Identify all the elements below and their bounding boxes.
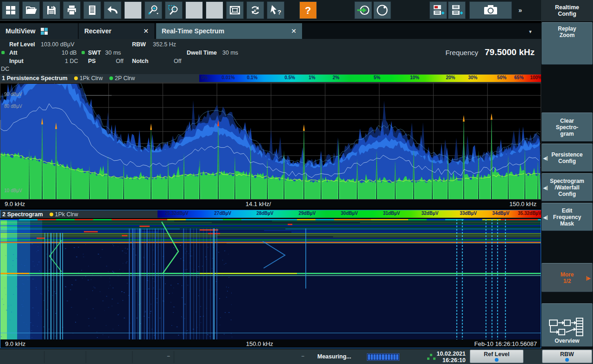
tab-multiview[interactable]: MultiView xyxy=(0,23,78,39)
color-scale-label: 28dBµV xyxy=(256,211,273,216)
svg-text:s: s xyxy=(254,8,256,13)
frequency-value: 79.5000 kHz xyxy=(485,47,535,57)
ps-value[interactable]: Off xyxy=(116,58,123,64)
add-display-2-icon xyxy=(450,4,463,17)
zoom-select-button[interactable] xyxy=(145,1,162,19)
softkey-clear[interactable]: Clear Spectro- gram xyxy=(542,113,593,142)
frame-icon xyxy=(229,5,241,16)
submenu-left-arrow-icon: ◀| xyxy=(543,214,548,220)
report-button[interactable] xyxy=(83,1,101,19)
color-scale-label: 65% xyxy=(514,75,524,80)
add-display-button-1[interactable] xyxy=(429,1,447,19)
rbw-key[interactable]: RBW xyxy=(542,350,592,363)
datetime-readout: 10.02.2021 16:26:10 xyxy=(431,351,466,364)
persistence-color-scale: 0%0.01%0.1%0.5%1%2%5%10%20%30%50%65%100% xyxy=(199,75,541,82)
context-help-button[interactable]: ? xyxy=(267,1,284,19)
multiview-grid-icon xyxy=(41,28,48,35)
status-date: 10.02.2021 xyxy=(436,351,466,357)
open-file-button[interactable] xyxy=(22,1,40,19)
ref-level-key[interactable]: Ref Level xyxy=(470,350,524,363)
att-label[interactable]: Att xyxy=(9,50,17,56)
tab-receiver[interactable]: Receiver ✕ xyxy=(79,23,154,39)
softkey-spectrogram[interactable]: Spectrogram /Waterfall Config◀| xyxy=(542,173,593,201)
color-scale-label: 31dBµV xyxy=(383,211,400,216)
softkey-label: More 1/2 xyxy=(561,271,574,284)
persistence-x-start: 9.0 kHz xyxy=(5,201,25,207)
tab-receiver-close-icon[interactable]: ✕ xyxy=(135,27,149,35)
print-button[interactable] xyxy=(63,1,81,19)
zoom-select-icon xyxy=(147,4,159,16)
softkey-persistence[interactable]: Persistence Config◀| xyxy=(542,144,593,172)
rbw-label[interactable]: RBW xyxy=(132,41,146,48)
camera-button[interactable] xyxy=(469,1,512,19)
dwell-time-label[interactable]: Dwell Time xyxy=(187,50,217,56)
analyzer-screen: s??» MultiView Receiver ✕ Real-Time Spec… xyxy=(0,0,593,364)
persistence-window-title: 1 Persistence Spectrum xyxy=(2,75,68,82)
blank-button-3[interactable] xyxy=(206,1,223,19)
persistence-x-per-div: 14.1 kHz/ xyxy=(246,201,271,207)
color-scale-label: 50% xyxy=(497,75,506,80)
frame-button[interactable] xyxy=(226,1,244,19)
color-scale-label: 32dBµV xyxy=(421,211,438,216)
notch-value[interactable]: Off xyxy=(174,58,181,64)
color-scale-label: 27dBµV xyxy=(214,211,231,216)
spectrogram-plot[interactable] xyxy=(0,219,541,339)
spectrogram-window-title: 2 Spectrogram xyxy=(2,211,43,218)
frequency-readout[interactable]: Frequency79.5000 kHz xyxy=(445,47,535,57)
tab-realtime-spectrum-close-icon[interactable]: ✕ xyxy=(283,27,296,35)
preset-icon xyxy=(356,4,370,16)
tab-list-dropdown-icon[interactable]: ▾ xyxy=(529,29,532,35)
trace2-legend[interactable]: 2P Clrw xyxy=(115,75,135,82)
notch-label[interactable]: Notch xyxy=(132,58,148,64)
progress-segment xyxy=(396,354,398,360)
persistence-spectrum-plot[interactable]: 90 dBµV 80 dBµV 10 dBµV xyxy=(0,82,541,200)
progress-segment xyxy=(393,354,396,360)
y-axis-label-10: 10 dBµV xyxy=(4,188,22,193)
replay-zoom-softkey[interactable]: Replay Zoom xyxy=(542,22,593,65)
spectrogram-color-scale: 25.32dBµV27dBµV28dBµV29dBµV30dBµV31dBµV3… xyxy=(158,210,541,218)
progress-segment xyxy=(385,354,387,360)
color-scale-label: 5% xyxy=(374,75,380,80)
submenu-left-arrow-icon: ◀| xyxy=(543,185,548,190)
blank-button-1[interactable] xyxy=(124,1,142,19)
svg-text:»: » xyxy=(518,6,522,14)
overview-softkey[interactable]: Overview xyxy=(542,303,593,347)
add-display-button-2[interactable] xyxy=(448,1,466,19)
att-value[interactable]: 10 dB xyxy=(62,50,77,56)
softkey-more[interactable]: More 1/2|▶ xyxy=(542,263,593,292)
zoom-button[interactable] xyxy=(165,1,183,19)
toolbar-overflow-button[interactable]: » xyxy=(515,1,529,19)
undo-button[interactable] xyxy=(104,1,121,19)
softkey-label: Spectrogram /Waterfall Config xyxy=(550,178,584,197)
color-scale-label: 0.01% xyxy=(222,75,235,80)
blank-button-2[interactable] xyxy=(185,1,203,19)
save-button[interactable] xyxy=(43,1,60,19)
ref-level-label[interactable]: Ref Level xyxy=(9,41,35,48)
more-right-arrow-icon: |▶ xyxy=(586,275,591,280)
swt-value[interactable]: 30 ms xyxy=(105,50,121,56)
input-label[interactable]: Input xyxy=(9,58,24,64)
color-scale-label: 10% xyxy=(410,75,419,80)
frequency-label: Frequency xyxy=(445,49,478,56)
ps-label[interactable]: PS xyxy=(88,58,96,64)
ref-level-value[interactable]: 103.00 dBµV xyxy=(41,41,75,48)
windows-logo-button[interactable] xyxy=(2,1,19,19)
dwell-time-value[interactable]: 30 ms xyxy=(222,50,238,56)
input-value[interactable]: 1 DC xyxy=(65,58,78,64)
softkey-sidebar: Realtime Config Replay Zoom On Off Clear… xyxy=(541,0,593,364)
softkey-edit[interactable]: Edit Frequency Mask◀| xyxy=(542,203,593,231)
tab-realtime-spectrum[interactable]: Real-Time Spectrum ✕ xyxy=(156,23,302,39)
swt-label[interactable]: SWT xyxy=(88,50,101,56)
rbw-value[interactable]: 352.5 Hz xyxy=(153,41,176,48)
tab-realtime-spectrum-label: Real-Time Spectrum xyxy=(162,27,224,35)
sync-refresh-button[interactable]: s xyxy=(246,1,264,19)
print-icon xyxy=(66,5,77,16)
progress-segment xyxy=(382,354,384,360)
trace1-legend[interactable]: 1Pk Clrw xyxy=(80,75,103,82)
help-button[interactable]: ? xyxy=(299,1,317,19)
color-scale-label: 33dBµV xyxy=(460,211,477,216)
ref-level-key-label: Ref Level xyxy=(484,351,510,358)
knob-button[interactable] xyxy=(373,1,391,19)
spectrogram-trace-legend[interactable]: 1Pk Clrw xyxy=(55,211,78,218)
preset-button[interactable] xyxy=(354,1,372,19)
